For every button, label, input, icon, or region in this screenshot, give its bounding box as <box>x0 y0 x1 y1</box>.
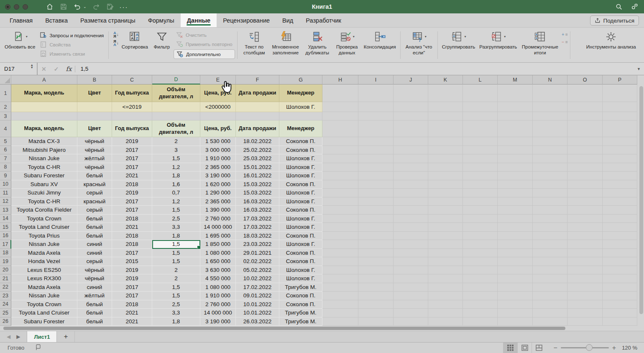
page-break-view-button[interactable] <box>532 343 546 353</box>
cell-N25[interactable] <box>533 309 567 317</box>
cell-K10[interactable] <box>428 180 463 189</box>
show-detail-button[interactable]: + ≡ <box>562 33 567 36</box>
cell-L20[interactable] <box>463 266 498 275</box>
cell-C3[interactable] <box>112 112 152 120</box>
row-header-6[interactable]: 6 <box>0 146 11 155</box>
cell-J6[interactable] <box>394 146 428 155</box>
row-header-11[interactable]: 11 <box>0 189 11 197</box>
cell-M10[interactable] <box>498 180 533 189</box>
cell-E4[interactable]: Цена, руб. <box>200 120 236 137</box>
cell-C26[interactable]: 2021 <box>112 317 152 326</box>
cell-N4[interactable] <box>533 120 567 137</box>
cell-L17[interactable] <box>463 240 498 249</box>
cell-C17[interactable]: 2018 <box>112 240 152 249</box>
cell-F5[interactable]: 18.02.2022 <box>236 137 279 146</box>
cell-G19[interactable]: Соколов П. <box>279 257 322 266</box>
cell-B14[interactable]: белый <box>77 215 112 223</box>
cell-D26[interactable]: 1,8 <box>152 317 200 326</box>
cell-L18[interactable] <box>463 249 498 258</box>
cell-K26[interactable] <box>428 317 463 326</box>
cell-F25[interactable]: 10.01.2022 <box>236 309 279 317</box>
cell-F7[interactable]: 25.03.2022 <box>236 154 279 163</box>
row-header-19[interactable]: 19 <box>0 257 11 266</box>
cell-H9[interactable] <box>322 171 358 180</box>
cell-D10[interactable]: 1,6 <box>152 180 200 189</box>
cell-H11[interactable] <box>322 189 358 197</box>
cell-H23[interactable] <box>322 292 358 300</box>
cell-M15[interactable] <box>498 223 533 232</box>
cell-J19[interactable] <box>394 257 428 266</box>
cell-G2[interactable]: Шолохов Г. <box>279 102 322 112</box>
cell-D6[interactable]: 3 <box>152 146 200 155</box>
column-header-N[interactable]: N <box>533 75 567 84</box>
cell-F15[interactable]: 17.03.2022 <box>236 223 279 232</box>
cell-M17[interactable] <box>498 240 533 249</box>
cell-D1[interactable]: Объём двигателя, л <box>152 84 200 102</box>
cell-M3[interactable] <box>498 112 533 120</box>
cell-H1[interactable] <box>322 84 358 102</box>
cell-A17[interactable]: Nissan Juke <box>11 240 77 249</box>
cell-L15[interactable] <box>463 223 498 232</box>
cell-C12[interactable]: 2017 <box>112 197 152 206</box>
cell-K22[interactable] <box>428 283 463 292</box>
cell-P12[interactable] <box>603 197 637 206</box>
cell-E8[interactable]: 2 365 000 <box>200 163 236 172</box>
cell-O10[interactable] <box>567 180 603 189</box>
cell-A18[interactable]: Mazda Axela <box>11 249 77 258</box>
cell-H8[interactable] <box>322 163 358 172</box>
cell-G12[interactable]: Шолохов Г. <box>279 197 322 206</box>
cell-K20[interactable] <box>428 266 463 275</box>
ribbon-tab-5[interactable]: Данные <box>181 13 217 27</box>
cell-P2[interactable] <box>603 102 637 112</box>
cell-K4[interactable] <box>428 120 463 137</box>
cell-M5[interactable] <box>498 137 533 146</box>
column-header-B[interactable]: B <box>77 75 112 84</box>
cell-H18[interactable] <box>322 249 358 258</box>
column-header-O[interactable]: O <box>567 75 603 84</box>
vertical-scrollbar[interactable] <box>639 86 643 314</box>
column-header-I[interactable]: I <box>358 75 394 84</box>
cell-G3[interactable] <box>279 112 322 120</box>
name-box-stepper[interactable]: ▲▼ <box>31 64 33 69</box>
cell-G1[interactable]: Менеджер <box>279 84 322 102</box>
cell-E12[interactable]: 2 365 000 <box>200 197 236 206</box>
cell-N3[interactable] <box>533 112 567 120</box>
row-header-25[interactable]: 25 <box>0 309 11 317</box>
cell-H4[interactable] <box>322 120 358 137</box>
cell-K18[interactable] <box>428 249 463 258</box>
cell-H2[interactable] <box>322 102 358 112</box>
cell-G16[interactable]: Соколов П. <box>279 232 322 240</box>
cell-A7[interactable]: Nissan Juke <box>11 154 77 163</box>
cell-K13[interactable] <box>428 206 463 215</box>
cell-O9[interactable] <box>567 171 603 180</box>
consolidate-button[interactable]: Консолидация <box>362 29 398 61</box>
cell-F16[interactable]: 18.03.2022 <box>236 232 279 240</box>
cell-C19[interactable]: 2015 <box>112 257 152 266</box>
flash-fill-button[interactable]: Мгновенное заполнение <box>269 29 302 61</box>
cell-P6[interactable] <box>603 146 637 155</box>
cell-E7[interactable]: 1 910 000 <box>200 154 236 163</box>
cell-K9[interactable] <box>428 171 463 180</box>
cell-F19[interactable]: 02.02.2022 <box>236 257 279 266</box>
cell-C1[interactable]: Год выпуска <box>112 84 152 102</box>
cell-D18[interactable]: 1,5 <box>152 249 200 258</box>
column-header-G[interactable]: G <box>279 75 322 84</box>
cell-H15[interactable] <box>322 223 358 232</box>
cell-M12[interactable] <box>498 197 533 206</box>
cell-E5[interactable]: 1 530 000 <box>200 137 236 146</box>
cell-N10[interactable] <box>533 180 567 189</box>
cell-P21[interactable] <box>603 274 637 283</box>
cell-O2[interactable] <box>567 102 603 112</box>
cell-A6[interactable]: Mitsubishi Pajero <box>11 146 77 155</box>
analysis-tools-button[interactable]: Инструменты анализа <box>584 29 638 61</box>
cell-G8[interactable]: Шолохов Г. <box>279 163 322 172</box>
cell-D25[interactable]: 3,3 <box>152 309 200 317</box>
more-commands-icon[interactable]: ··· <box>120 3 128 11</box>
cell-H6[interactable] <box>322 146 358 155</box>
cell-N7[interactable] <box>533 154 567 163</box>
advanced-filter-button[interactable]: Дополнительно <box>174 49 235 59</box>
cell-J9[interactable] <box>394 171 428 180</box>
hide-detail-button[interactable]: − ≡ <box>562 41 567 44</box>
column-header-C[interactable]: C <box>112 75 152 84</box>
cell-P8[interactable] <box>603 163 637 172</box>
